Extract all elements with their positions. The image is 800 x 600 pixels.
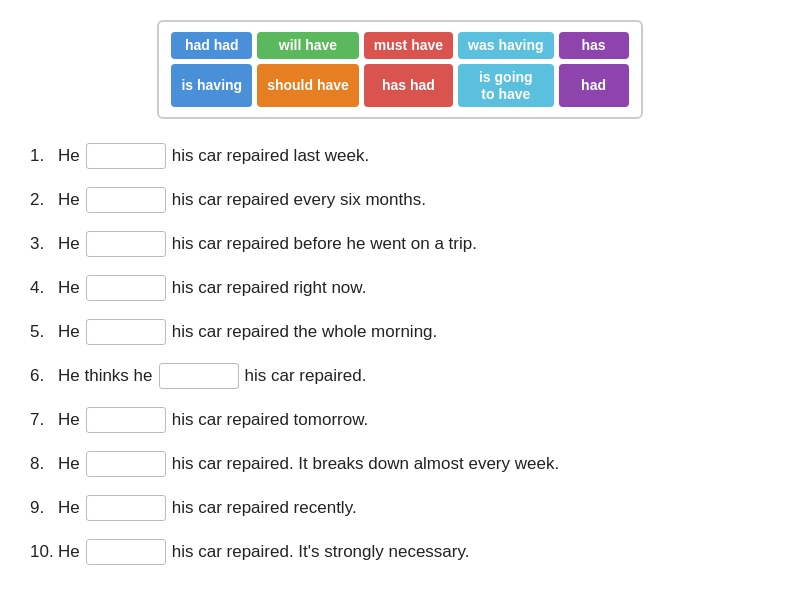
sentence-number: 7. (30, 410, 58, 430)
sentence-prefix: He (58, 146, 80, 166)
sentence-prefix: He (58, 454, 80, 474)
answer-blank[interactable] (86, 143, 166, 169)
sentence-row: 4. He his car repaired right now. (30, 275, 780, 301)
word-chip-will-have[interactable]: will have (257, 32, 359, 59)
sentence-prefix: He (58, 278, 80, 298)
sentence-suffix: his car repaired. It breaks down almost … (172, 454, 559, 474)
answer-blank[interactable] (86, 187, 166, 213)
sentence-number: 8. (30, 454, 58, 474)
word-chip-has-had[interactable]: has had (364, 64, 453, 108)
sentence-number: 6. (30, 366, 58, 386)
sentence-suffix: his car repaired before he went on a tri… (172, 234, 477, 254)
sentence-number: 1. (30, 146, 58, 166)
sentence-number: 3. (30, 234, 58, 254)
sentence-prefix: He (58, 190, 80, 210)
word-chip-was-having[interactable]: was having (458, 32, 553, 59)
sentence-number: 9. (30, 498, 58, 518)
sentence-suffix: his car repaired the whole morning. (172, 322, 438, 342)
sentence-suffix: his car repaired. It's strongly necessar… (172, 542, 470, 562)
word-chip-is-having[interactable]: is having (171, 64, 252, 108)
sentence-row: 1. He his car repaired last week. (30, 143, 780, 169)
answer-blank[interactable] (86, 231, 166, 257)
sentence-suffix: his car repaired right now. (172, 278, 367, 298)
sentence-number: 5. (30, 322, 58, 342)
word-chip-is-going-have[interactable]: is going to have (458, 64, 553, 108)
sentence-row: 7. He his car repaired tomorrow. (30, 407, 780, 433)
word-chip-must-have[interactable]: must have (364, 32, 453, 59)
word-chip-had[interactable]: had (559, 64, 629, 108)
sentence-prefix: He (58, 410, 80, 430)
sentence-prefix: He (58, 322, 80, 342)
answer-blank[interactable] (86, 451, 166, 477)
sentence-suffix: his car repaired every six months. (172, 190, 426, 210)
sentence-row: 5. He his car repaired the whole morning… (30, 319, 780, 345)
sentence-number: 10. (30, 542, 58, 562)
sentence-suffix: his car repaired. (245, 366, 367, 386)
sentence-number: 4. (30, 278, 58, 298)
sentence-prefix: He thinks he (58, 366, 153, 386)
sentence-prefix: He (58, 498, 80, 518)
word-chip-had-had[interactable]: had had (171, 32, 252, 59)
word-chip-should-have[interactable]: should have (257, 64, 359, 108)
answer-blank[interactable] (159, 363, 239, 389)
answer-blank[interactable] (86, 539, 166, 565)
sentence-suffix: his car repaired tomorrow. (172, 410, 369, 430)
answer-blank[interactable] (86, 407, 166, 433)
sentence-suffix: his car repaired recently. (172, 498, 357, 518)
sentence-row: 6. He thinks he his car repaired. (30, 363, 780, 389)
sentence-row: 10. He his car repaired. It's strongly n… (30, 539, 780, 565)
answer-blank[interactable] (86, 495, 166, 521)
sentence-suffix: his car repaired last week. (172, 146, 369, 166)
sentence-prefix: He (58, 542, 80, 562)
sentence-row: 9. He his car repaired recently. (30, 495, 780, 521)
sentence-prefix: He (58, 234, 80, 254)
sentence-row: 3. He his car repaired before he went on… (30, 231, 780, 257)
answer-blank[interactable] (86, 319, 166, 345)
sentence-row: 2. He his car repaired every six months. (30, 187, 780, 213)
word-chip-has[interactable]: has (559, 32, 629, 59)
sentence-row: 8. He his car repaired. It breaks down a… (30, 451, 780, 477)
answer-blank[interactable] (86, 275, 166, 301)
sentence-number: 2. (30, 190, 58, 210)
sentences-container: 1. He his car repaired last week.2. He h… (20, 143, 780, 565)
word-bank: had hadwill havemust havewas havinghasis… (157, 20, 642, 119)
